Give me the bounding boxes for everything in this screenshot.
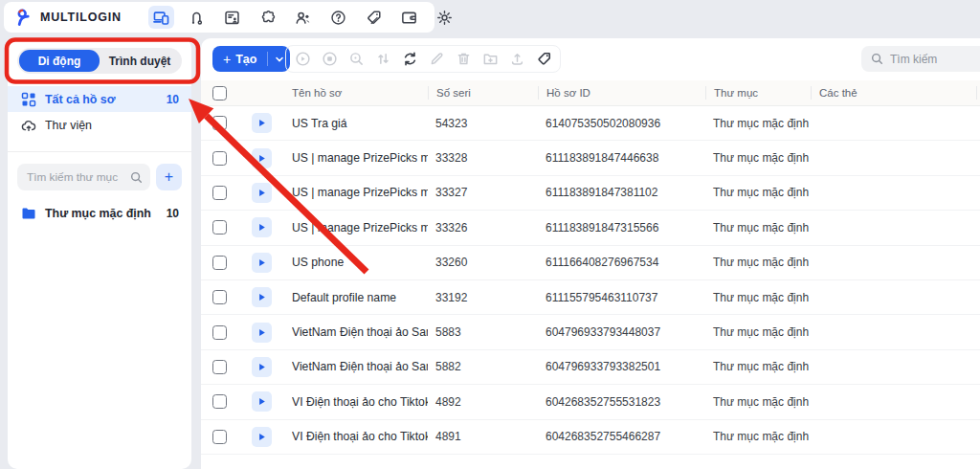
row-checkbox[interactable] <box>212 116 227 130</box>
sidebar-item-default-folder[interactable]: Thư mục mặc định 10 <box>8 200 191 226</box>
start-profile-button[interactable] <box>252 357 272 377</box>
profile-folder: Thư mục mặc định <box>705 256 811 269</box>
select-all-checkbox[interactable] <box>212 86 227 100</box>
folder-search-placeholder: Tìm kiếm thư mục <box>27 170 118 184</box>
start-profile-button[interactable] <box>252 217 272 237</box>
start-profile-button[interactable] <box>252 287 272 307</box>
delete-icon[interactable] <box>450 46 477 72</box>
profile-folder: Thư mục mặc định <box>705 221 811 234</box>
tab-browser[interactable]: Trình duyệt <box>100 50 180 72</box>
start-profile-button[interactable] <box>252 427 272 447</box>
settings-gear-icon[interactable] <box>432 6 457 29</box>
tab-mobile[interactable]: Di động <box>19 50 100 72</box>
extensions-puzzle-icon[interactable] <box>255 6 280 29</box>
profile-seri: 5882 <box>428 360 538 373</box>
profile-id: 604796933793448037 <box>538 325 705 339</box>
apps-grid-icon <box>21 92 36 107</box>
profile-name: VietNam Điện thoại ảo SamS... <box>292 360 428 373</box>
proxy-icon[interactable] <box>184 6 210 29</box>
folder-search-input[interactable]: Tìm kiếm thư mục <box>17 164 150 190</box>
create-profile-button[interactable]: + Tạo <box>212 46 290 72</box>
row-checkbox[interactable] <box>212 220 227 234</box>
profile-folder: Thư mục mặc định <box>705 325 811 339</box>
table-body: US Tra giá 54323 614075350502080936 Thư … <box>201 106 980 455</box>
move-to-folder-icon[interactable] <box>477 46 503 72</box>
profile-name: US Tra giá <box>292 117 428 130</box>
table-row[interactable]: US | manage PrizePicks mult... 33328 611… <box>201 141 980 175</box>
start-profile-button[interactable] <box>252 323 272 343</box>
refresh-icon[interactable] <box>396 46 423 72</box>
table-row[interactable]: VI Điện thoại ảo cho Tiktok (2) 4892 604… <box>201 385 980 419</box>
multilogin-logo-icon <box>15 8 34 27</box>
tab-mobile-label: Di động <box>38 55 81 68</box>
cloud-upload-icon <box>21 118 36 133</box>
table-row[interactable]: Default profile name 33192 6111557954631… <box>201 280 980 315</box>
tag-icon[interactable] <box>530 46 557 72</box>
profile-seri: 4891 <box>428 430 538 443</box>
table-header: Tên hồ sơ Số seri Hồ sơ ID Thư mục Các t… <box>201 80 980 106</box>
table-row[interactable]: VietNam Điện thoại ảo SamS... 5883 60479… <box>201 315 980 349</box>
add-folder-button[interactable]: + <box>156 164 182 190</box>
play-icon <box>256 222 267 233</box>
start-profile-button[interactable] <box>252 148 272 168</box>
brand-name: MULTILOGIN <box>40 11 122 24</box>
start-profile-button[interactable] <box>252 113 272 133</box>
row-checkbox[interactable] <box>212 394 227 409</box>
start-profile-button[interactable] <box>252 391 272 412</box>
profile-id: 604268352755466287 <box>538 430 705 443</box>
start-profile-button[interactable] <box>252 253 272 273</box>
profile-folder: Thư mục mặc định <box>705 117 811 130</box>
search-icon <box>871 53 883 65</box>
row-checkbox[interactable] <box>212 151 227 166</box>
sidebar-item-all-profiles[interactable]: Tất cả hồ sơ 10 <box>8 86 191 112</box>
plus-icon: + <box>165 168 173 186</box>
start-play-icon[interactable] <box>289 46 316 72</box>
row-checkbox[interactable] <box>212 430 227 444</box>
stop-icon[interactable] <box>316 46 343 72</box>
profile-name: Default profile name <box>292 291 428 304</box>
tags-icon[interactable] <box>361 6 387 29</box>
row-checkbox[interactable] <box>212 256 227 270</box>
play-icon <box>256 188 267 198</box>
table-row[interactable]: US phone 33260 611166408276967534 Thư mụ… <box>201 246 980 280</box>
sidebar-item-library[interactable]: Thư viện <box>8 112 191 138</box>
table-row[interactable]: US | manage PrizePicks mult... 33327 611… <box>201 176 980 211</box>
id-card-icon[interactable] <box>219 6 245 29</box>
folder-item-label: Thư mục mặc định <box>45 207 151 220</box>
row-checkbox[interactable] <box>212 186 227 200</box>
profile-seri: 33260 <box>428 256 538 269</box>
tab-browser-label: Trình duyệt <box>109 55 171 68</box>
sort-icon[interactable] <box>369 46 396 72</box>
row-checkbox[interactable] <box>212 325 227 340</box>
quick-view-icon[interactable] <box>343 46 369 72</box>
plus-icon: + <box>223 52 231 67</box>
profile-folder: Thư mục mặc định <box>705 186 811 199</box>
table-row[interactable]: US | manage PrizePicks mult... 33326 611… <box>201 211 980 245</box>
export-icon[interactable] <box>503 46 530 72</box>
play-icon <box>256 257 267 268</box>
wallet-icon[interactable] <box>396 6 422 29</box>
profile-seri: 33192 <box>428 291 538 304</box>
start-profile-button[interactable] <box>252 183 272 203</box>
devices-icon[interactable] <box>148 6 174 29</box>
table-row[interactable]: VietNam Điện thoại ảo SamS... 5882 60479… <box>201 350 980 385</box>
column-header-id: Hồ sơ ID <box>538 86 705 100</box>
row-checkbox[interactable] <box>212 290 227 304</box>
play-icon <box>256 396 267 407</box>
profile-folder: Thư mục mặc định <box>705 395 811 409</box>
help-icon[interactable] <box>325 6 351 29</box>
edit-icon[interactable] <box>423 46 450 72</box>
profile-folder: Thư mục mặc định <box>705 360 811 373</box>
play-icon <box>256 153 267 164</box>
chevron-down-icon <box>275 55 284 64</box>
team-icon[interactable] <box>290 6 316 29</box>
table-search-input[interactable]: Tìm kiếm <box>861 46 980 72</box>
profile-seri: 4892 <box>428 395 538 409</box>
profile-id: 604796933793382501 <box>538 360 705 373</box>
column-header-seri: Số seri <box>428 86 538 100</box>
table-row[interactable]: VI Điện thoại ảo cho Tiktok (1) 4891 604… <box>201 420 980 455</box>
column-header-tags: Các thẻ <box>811 86 976 100</box>
table-row[interactable]: US Tra giá 54323 614075350502080936 Thư … <box>201 106 980 141</box>
folder-count-badge: 10 <box>167 207 179 220</box>
row-checkbox[interactable] <box>212 360 227 374</box>
